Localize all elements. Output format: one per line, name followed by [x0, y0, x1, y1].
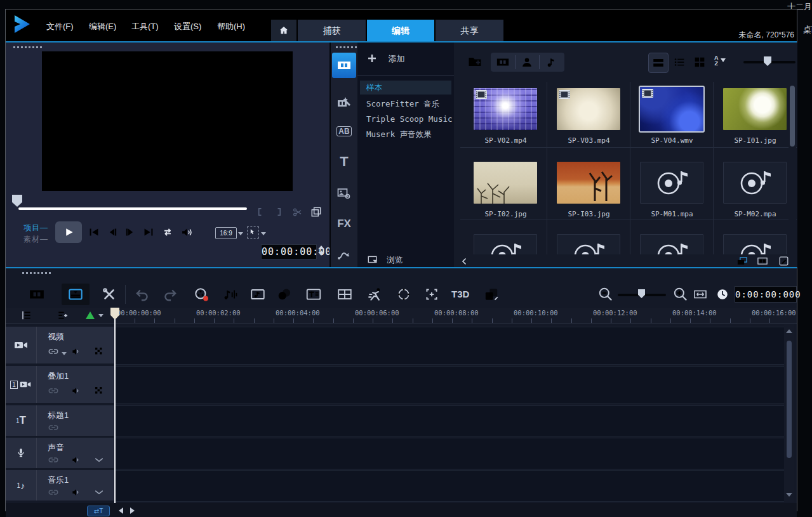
overlay-link-toggle[interactable] — [48, 385, 59, 396]
storyboard-view-button[interactable] — [29, 286, 45, 303]
sound-mixer-button[interactable] — [222, 286, 238, 303]
track-manager-icon[interactable] — [20, 309, 32, 322]
browse-button[interactable]: 浏览 — [366, 253, 403, 266]
library-scrollbar[interactable] — [789, 82, 796, 254]
overlay-transparency-toggle[interactable] — [93, 385, 105, 396]
category-muserk[interactable]: Muserk 声音效果 — [360, 128, 451, 141]
volume-button[interactable] — [180, 225, 194, 239]
zoom-out-button[interactable] — [597, 286, 614, 303]
timeline-zoom-thumb[interactable] — [638, 289, 645, 298]
chroma-key-icon[interactable] — [86, 311, 95, 319]
list-view-icon[interactable] — [672, 55, 686, 69]
add-track-icon[interactable] — [57, 309, 69, 322]
split-clip-icon[interactable] — [291, 206, 303, 218]
filter-audio-icon[interactable] — [544, 55, 558, 69]
thumb-size-slider-thumb[interactable] — [764, 56, 771, 66]
timeline-view-button[interactable] — [67, 286, 84, 303]
music-link-toggle[interactable] — [48, 487, 59, 498]
customize-motion-button[interactable] — [396, 286, 412, 303]
overlay-options-button[interactable] — [276, 286, 293, 303]
menu-help[interactable]: 帮助(H) — [217, 21, 245, 32]
fit-project-button[interactable] — [693, 287, 708, 302]
track-lane-title[interactable] — [115, 405, 789, 437]
multicam-button[interactable] — [423, 286, 440, 303]
preview-timecode[interactable]: 00:00:00:000 — [261, 244, 317, 259]
chroma-key-caret-icon[interactable] — [98, 314, 103, 317]
timeline-drag-handle[interactable] — [22, 272, 51, 274]
link-caret-icon[interactable] — [62, 352, 67, 355]
music-fade-toggle[interactable] — [93, 487, 105, 498]
add-button[interactable]: 添加 — [366, 53, 449, 68]
minimize-button[interactable] — [746, 16, 760, 27]
zoom-in-button[interactable] — [672, 286, 689, 303]
track-header-title[interactable]: 1T 标题1 — [6, 405, 114, 436]
mode-project[interactable]: 项目— — [23, 223, 48, 233]
scrubber-track[interactable] — [18, 207, 247, 210]
tab-home[interactable] — [271, 20, 296, 41]
scroll-up-icon[interactable] — [786, 329, 792, 333]
resize-handle-icon[interactable] — [700, 17, 712, 26]
record-capture-button[interactable] — [193, 286, 210, 303]
go-to-start-button[interactable] — [87, 225, 101, 239]
track-header-overlay[interactable]: 1 叠加1 — [6, 366, 114, 403]
category-samples[interactable]: 样本 — [360, 81, 451, 95]
sort-button[interactable]: AZ — [714, 55, 719, 67]
auto-music-button[interactable] — [250, 286, 266, 303]
video-link-toggle[interactable] — [48, 346, 59, 357]
selection-tool-button[interactable] — [247, 226, 259, 239]
rail-media-button[interactable] — [332, 53, 356, 78]
menu-tools[interactable]: 工具(T) — [131, 21, 159, 32]
redo-button[interactable] — [162, 286, 178, 303]
selection-tool-caret-icon[interactable] — [261, 232, 266, 235]
mode-clip[interactable]: 素材— — [23, 234, 48, 245]
video-transparency-toggle[interactable] — [93, 346, 105, 357]
track-header-music[interactable]: 1♪ 音乐1 — [6, 470, 114, 501]
voice-mute-toggle[interactable] — [70, 454, 82, 466]
scrubber-thumb[interactable] — [12, 195, 22, 207]
rail-filters-button[interactable]: FX — [332, 213, 356, 235]
rail-graphics-button[interactable] — [332, 182, 356, 205]
voice-fade-toggle[interactable] — [93, 454, 105, 466]
menu-file[interactable]: 文件(F) — [46, 21, 74, 32]
scroll-right-button[interactable] — [130, 507, 135, 514]
rail-motion-path-button[interactable] — [332, 243, 356, 266]
overlay-mute-toggle[interactable] — [70, 385, 82, 396]
playhead-line[interactable] — [114, 319, 116, 503]
swap-tracks-button[interactable]: ⇄T — [87, 506, 110, 516]
track-lane-video[interactable] — [115, 327, 789, 365]
aspect-ratio-caret-icon[interactable] — [238, 232, 243, 235]
next-frame-button[interactable] — [123, 225, 137, 239]
scroll-left-button[interactable] — [119, 507, 123, 514]
play-button[interactable] — [55, 221, 82, 243]
track-lane-voice[interactable] — [115, 438, 789, 469]
edit-media-icon[interactable] — [778, 255, 790, 267]
collapse-panel-icon[interactable] — [459, 256, 470, 267]
tab-edit[interactable]: 编辑 — [367, 20, 434, 41]
video-mute-toggle[interactable] — [70, 346, 82, 357]
scroll-down-icon[interactable] — [786, 493, 792, 497]
timecode-down-spinner[interactable] — [318, 252, 324, 256]
track-lane-music[interactable] — [115, 470, 789, 502]
panel-drag-handle[interactable] — [13, 46, 43, 48]
timecode-up-spinner[interactable] — [318, 245, 324, 249]
preview-video-area[interactable] — [42, 51, 293, 191]
menu-settings[interactable]: 设置(S) — [174, 21, 201, 32]
aspect-ratio-select[interactable]: 16:9 — [215, 227, 237, 239]
mark-in-icon[interactable] — [255, 206, 266, 218]
rail-instant-project-button[interactable] — [332, 91, 356, 114]
repeat-button[interactable] — [161, 225, 175, 239]
library-scrollbar-thumb[interactable] — [790, 86, 795, 147]
music-mute-toggle[interactable] — [70, 487, 82, 498]
dual-pane-view-icon[interactable] — [755, 255, 769, 267]
enlarge-preview-icon[interactable] — [310, 206, 323, 218]
timeline-timecode[interactable]: 0:00:00:000 — [735, 286, 797, 303]
mark-out-icon[interactable] — [273, 206, 284, 218]
duration-button[interactable] — [715, 287, 729, 301]
go-to-end-button[interactable] — [142, 225, 156, 239]
voice-link-toggle[interactable] — [48, 454, 59, 466]
rail-transitions-button[interactable]: AB — [332, 120, 356, 143]
track-header-video[interactable]: 视频 — [6, 327, 114, 363]
motion-tracking-button[interactable] — [368, 286, 384, 303]
tab-share[interactable]: 共享 — [436, 20, 503, 41]
menu-edit[interactable]: 编辑(E) — [89, 21, 116, 32]
